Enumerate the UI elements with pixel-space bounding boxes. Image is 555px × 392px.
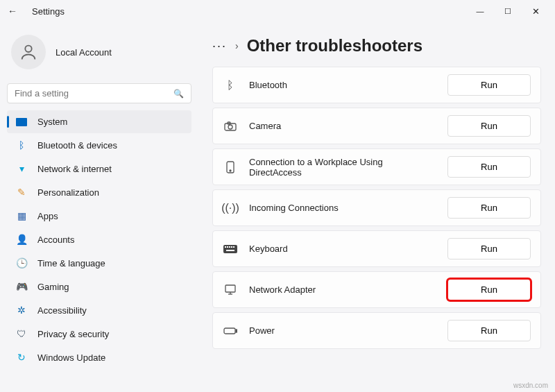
account-header[interactable]: Local Account: [7, 28, 191, 83]
run-button-keyboard[interactable]: Run: [447, 238, 531, 259]
troubleshooter-incoming: ((·))Incoming ConnectionsRun: [212, 189, 541, 226]
personalization-icon: ✎: [15, 187, 28, 198]
svg-rect-12: [233, 246, 234, 248]
close-button[interactable]: ✕: [522, 0, 549, 22]
main-content: ··· › Other troubleshooters ᛒBluetoothRu…: [198, 22, 555, 392]
svg-rect-14: [225, 285, 235, 292]
svg-rect-18: [236, 330, 237, 332]
sidebar-item-accounts[interactable]: 👤Accounts: [7, 228, 191, 251]
svg-rect-7: [223, 245, 237, 253]
run-button-network-adapter[interactable]: Run: [447, 279, 531, 300]
run-button-incoming[interactable]: Run: [447, 197, 531, 219]
sidebar-item-label: Personalization: [37, 187, 99, 198]
watermark: wsxdn.com: [513, 382, 548, 389]
time-icon: 🕒: [15, 257, 28, 269]
person-icon: [19, 42, 38, 62]
directaccess-icon: [223, 161, 238, 173]
sidebar-item-label: Network & internet: [37, 164, 112, 174]
gaming-icon: 🎮: [15, 281, 28, 292]
camera-icon: [223, 121, 238, 131]
troubleshooter-network-adapter: Network AdapterRun: [212, 271, 541, 308]
sidebar-item-label: Apps: [37, 211, 58, 221]
maximize-button[interactable]: ☐: [494, 0, 522, 22]
sidebar-item-personalization[interactable]: ✎Personalization: [7, 180, 191, 204]
breadcrumb: ··· › Other troubleshooters: [212, 29, 541, 67]
account-name: Local Account: [56, 47, 112, 58]
accessibility-icon: ✲: [15, 305, 28, 316]
troubleshooter-camera: CameraRun: [212, 108, 541, 144]
svg-point-6: [230, 170, 231, 171]
svg-rect-10: [229, 246, 230, 248]
avatar: [11, 35, 46, 69]
troubleshooter-list: ᛒBluetoothRunCameraRunConnection to a Wo…: [212, 67, 541, 349]
apps-icon: ▦: [15, 210, 28, 221]
svg-rect-11: [231, 246, 232, 248]
troubleshooter-label: Incoming Connections: [249, 203, 436, 213]
sidebar-item-label: Windows Update: [37, 352, 105, 363]
back-button[interactable]: ←: [6, 6, 19, 17]
troubleshooter-label: Camera: [249, 121, 436, 131]
run-button-directaccess[interactable]: Run: [447, 156, 531, 178]
incoming-icon: ((·)): [223, 202, 238, 214]
sidebar-item-windowsupdate[interactable]: ↻Windows Update: [7, 346, 191, 369]
titlebar: ← Settings — ☐ ✕: [0, 0, 555, 22]
troubleshooter-label: Power: [249, 325, 436, 336]
power-icon: [223, 327, 238, 334]
search-input[interactable]: [15, 88, 173, 99]
sidebar-item-network[interactable]: ▾Network & internet: [7, 157, 191, 180]
window-title: Settings: [32, 6, 65, 17]
bluetooth-icon: ᛒ: [223, 79, 238, 92]
troubleshooter-label: Bluetooth: [249, 80, 436, 90]
troubleshooter-keyboard: KeyboardRun: [212, 230, 541, 267]
nav-list: SystemᛒBluetooth & devices▾Network & int…: [7, 110, 191, 369]
svg-rect-13: [226, 250, 234, 251]
accounts-icon: 👤: [15, 234, 28, 245]
search-icon: 🔍: [173, 89, 184, 99]
sidebar-item-label: Bluetooth & devices: [37, 140, 117, 151]
search-box[interactable]: 🔍: [7, 83, 191, 103]
minimize-button[interactable]: —: [466, 0, 494, 22]
sidebar-item-label: System: [37, 117, 67, 127]
privacy-icon: 🛡: [15, 328, 28, 339]
sidebar-item-system[interactable]: System: [7, 110, 191, 133]
window-controls: — ☐ ✕: [466, 0, 549, 22]
sidebar-item-bluetooth[interactable]: ᛒBluetooth & devices: [7, 133, 191, 157]
troubleshooter-label: Connection to a Workplace Using DirectAc…: [249, 157, 436, 178]
sidebar-item-label: Privacy & security: [37, 329, 109, 339]
sidebar-item-label: Accounts: [37, 235, 74, 245]
sidebar-item-privacy[interactable]: 🛡Privacy & security: [7, 322, 191, 346]
troubleshooter-label: Network Adapter: [249, 284, 436, 295]
troubleshooter-power: PowerRun: [212, 312, 541, 349]
page-title: Other troubleshooters: [247, 36, 422, 56]
sidebar-item-accessibility[interactable]: ✲Accessibility: [7, 298, 191, 322]
troubleshooter-bluetooth: ᛒBluetoothRun: [212, 67, 541, 103]
sidebar: Local Account 🔍 SystemᛒBluetooth & devic…: [0, 22, 198, 392]
troubleshooter-label: Keyboard: [249, 244, 436, 254]
sidebar-item-gaming[interactable]: 🎮Gaming: [7, 275, 191, 298]
svg-rect-1: [16, 118, 27, 126]
sidebar-item-time[interactable]: 🕒Time & language: [7, 251, 191, 275]
sidebar-item-apps[interactable]: ▦Apps: [7, 204, 191, 228]
bluetooth-icon: ᛒ: [15, 139, 28, 151]
breadcrumb-overflow[interactable]: ···: [212, 39, 227, 53]
network-icon: ▾: [15, 163, 28, 174]
sidebar-item-label: Gaming: [37, 282, 69, 292]
svg-rect-8: [225, 246, 226, 248]
sidebar-item-label: Accessibility: [37, 305, 87, 316]
windowsupdate-icon: ↻: [15, 352, 28, 363]
network-adapter-icon: [223, 284, 238, 296]
svg-point-3: [228, 125, 232, 129]
svg-point-0: [25, 46, 31, 52]
troubleshooter-directaccess: Connection to a Workplace Using DirectAc…: [212, 148, 541, 185]
run-button-power[interactable]: Run: [447, 320, 531, 341]
keyboard-icon: [223, 245, 238, 253]
svg-rect-9: [227, 246, 228, 248]
run-button-camera[interactable]: Run: [447, 115, 531, 137]
sidebar-item-label: Time & language: [37, 258, 105, 269]
svg-rect-17: [224, 328, 235, 334]
system-icon: [15, 118, 28, 126]
chevron-right-icon: ›: [235, 40, 239, 51]
run-button-bluetooth[interactable]: Run: [447, 74, 531, 96]
